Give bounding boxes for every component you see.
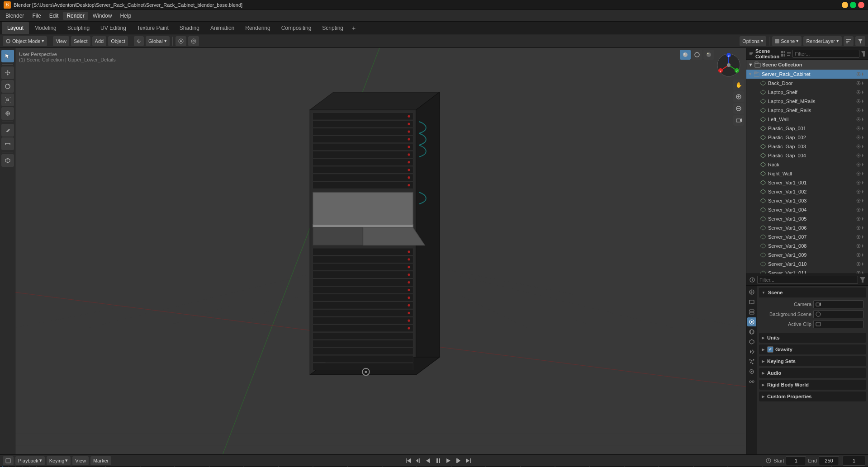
ws-tab-animation[interactable]: Animation (205, 22, 240, 34)
active-clip-value[interactable] (813, 320, 863, 328)
selectability-icon[interactable] (862, 126, 866, 131)
selectability-icon[interactable] (862, 144, 866, 149)
outliner-filter-button[interactable] (855, 36, 865, 46)
ws-tab-rendering[interactable]: Rendering (240, 22, 275, 34)
outliner-item-plastic-gap-003[interactable]: Plastic_Gap_003 (746, 142, 868, 151)
step-back-button[interactable] (414, 456, 423, 465)
props-object-icon-btn[interactable] (747, 337, 756, 346)
outliner-item-server-var1-010[interactable]: Server_Var1_010 (746, 259, 868, 269)
ws-tab-texture-paint[interactable]: Texture Paint (132, 22, 174, 34)
visibility-icon[interactable] (856, 271, 861, 274)
view-menu-button[interactable]: View (53, 36, 69, 46)
menu-edit[interactable]: Edit (46, 12, 62, 20)
outliner-item-rack[interactable]: Rack (746, 160, 868, 169)
visibility-icon[interactable] (856, 90, 861, 94)
units-section-header[interactable]: Units (759, 333, 866, 343)
selectability-icon[interactable] (862, 244, 866, 248)
outliner-item-plastic-gap-002[interactable]: Plastic_Gap_002 (746, 133, 868, 142)
tool-measure[interactable] (1, 137, 14, 150)
current-frame-display[interactable]: 1 (843, 456, 865, 466)
visibility-icon[interactable] (856, 72, 861, 76)
props-scene-icon-btn[interactable] (747, 317, 756, 326)
tool-add-cube[interactable] (1, 154, 14, 167)
transform-coord-button[interactable]: Global ▾ (146, 36, 170, 46)
visibility-icon[interactable] (856, 226, 861, 230)
outliner-item-server-var1-001[interactable]: Server_Var1_001 (746, 178, 868, 187)
scene-collection-header[interactable]: ▼ Scene Collection (746, 60, 868, 70)
selectability-icon[interactable] (862, 99, 866, 104)
outliner-item-server-var1-002[interactable]: Server_Var1_002 (746, 187, 868, 196)
visibility-icon[interactable] (856, 180, 861, 185)
camera-value[interactable] (813, 300, 863, 308)
visibility-icon[interactable] (856, 126, 861, 131)
viewport-shading-rendered[interactable] (703, 50, 714, 60)
visibility-icon[interactable] (856, 162, 861, 167)
props-output-icon-btn[interactable] (747, 297, 756, 307)
tool-scale[interactable] (1, 94, 14, 106)
visibility-icon[interactable] (856, 171, 861, 176)
selectability-icon[interactable] (862, 180, 866, 185)
outliner-item-server-var1-005[interactable]: Server_Var1_005 (746, 214, 868, 223)
visibility-icon[interactable] (856, 208, 861, 212)
end-frame-input[interactable] (819, 456, 839, 465)
visibility-icon[interactable] (856, 144, 861, 149)
audio-section-header[interactable]: Audio (759, 368, 866, 378)
outliner-item-server-rack-cabinet[interactable]: ▼Server_Rack_Cabinet (746, 70, 868, 79)
outliner-item-server-var1-011[interactable]: Server_Var1_011 (746, 269, 868, 274)
props-constraints-icon-btn[interactable] (747, 377, 756, 386)
visibility-icon[interactable] (856, 99, 861, 104)
ws-tab-sculpting[interactable]: Sculpting (62, 22, 95, 34)
maximize-button[interactable] (850, 2, 856, 8)
outliner-item-laptop-shelf[interactable]: Laptop_Shelf (746, 88, 868, 97)
outliner-item-back-door[interactable]: Back_Door (746, 79, 868, 88)
ws-tab-shading[interactable]: Shading (174, 22, 205, 34)
marker-button[interactable]: Marker (90, 456, 111, 465)
selectability-icon[interactable] (862, 162, 866, 167)
visibility-icon[interactable] (856, 262, 861, 266)
visibility-icon[interactable] (856, 81, 861, 85)
playback-button[interactable]: Playback ▾ (15, 456, 45, 465)
pivot-button[interactable] (134, 36, 144, 46)
selectability-icon[interactable] (862, 262, 866, 266)
step-forward-button[interactable] (454, 456, 463, 465)
viewport-shading-material[interactable] (692, 50, 702, 60)
navigation-gizmo[interactable]: Z Y X (715, 52, 742, 79)
scene-section-header[interactable]: Scene (759, 288, 866, 297)
options-button[interactable]: Options ▾ (740, 36, 766, 46)
visibility-icon[interactable] (856, 153, 861, 158)
snap-button[interactable] (175, 36, 186, 46)
play-button[interactable] (444, 456, 453, 465)
outliner-item-server-var1-007[interactable]: Server_Var1_007 (746, 232, 868, 241)
viewport-zoom-in[interactable] (733, 91, 744, 102)
tool-move[interactable] (1, 66, 14, 79)
rigid-body-section-header[interactable]: Rigid Body World (759, 380, 866, 390)
visibility-icon[interactable] (856, 235, 861, 239)
outliner-item-server-var1-008[interactable]: Server_Var1_008 (746, 241, 868, 250)
ws-tab-layout[interactable]: Layout (2, 22, 29, 34)
tool-transform[interactable] (1, 107, 14, 120)
selectability-icon[interactable] (862, 235, 866, 239)
add-menu-button[interactable]: Add (92, 36, 107, 46)
keying-sets-section-header[interactable]: Keying Sets (759, 356, 866, 366)
selectability-icon[interactable] (862, 117, 866, 122)
start-frame-input[interactable] (786, 456, 806, 465)
mode-selector[interactable]: Object Mode ▾ (3, 36, 47, 46)
props-viewlayer-icon-btn[interactable] (747, 307, 756, 316)
jump-end-button[interactable] (464, 456, 473, 465)
menu-render[interactable]: Render (63, 12, 88, 20)
visibility-icon[interactable] (856, 244, 861, 248)
selectability-icon[interactable] (862, 72, 866, 76)
minimize-button[interactable] (842, 2, 848, 8)
selectability-icon[interactable] (862, 81, 866, 85)
viewport-zoom-out[interactable] (733, 103, 744, 114)
outliner-item-server-var1-004[interactable]: Server_Var1_004 (746, 205, 868, 214)
menu-file[interactable]: File (28, 12, 44, 20)
play-back-button[interactable] (424, 456, 433, 465)
tool-annotate[interactable] (1, 124, 14, 137)
proportional-edit-button[interactable] (188, 36, 199, 46)
outliner-item-left-wall[interactable]: Left_Wall (746, 115, 868, 124)
viewport-hand-tool[interactable]: ✋ (733, 80, 744, 90)
object-menu-button[interactable]: Object (108, 36, 128, 46)
props-world-icon-btn[interactable] (747, 327, 756, 336)
close-button[interactable] (858, 2, 864, 8)
